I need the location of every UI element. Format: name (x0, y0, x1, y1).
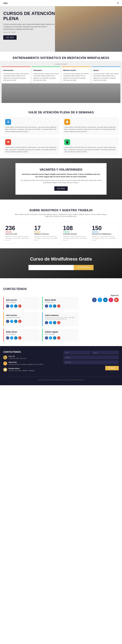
weeks-grid: 🖥 Lorem pretium morbi dolo alita hac nul… (3, 117, 119, 155)
facebook-icon-3[interactable]: f (45, 321, 48, 324)
facebook-icon-4[interactable]: f (6, 336, 9, 340)
stats-row: 236 TAZAS DE CAFÉ Sample text. Click to … (3, 222, 119, 244)
card-mentes-text: Ut enim ad minim veniam, quis nostrud ex… (63, 73, 89, 82)
mindfulness-email-input[interactable] (28, 265, 74, 270)
stat-proyectos-bar (92, 232, 98, 232)
twitter-icon-1[interactable]: t (49, 304, 52, 308)
contact-role-1: consultor julio (45, 302, 76, 303)
stat-cafe-text: Sample text. Click to select the text bo… (5, 236, 30, 241)
hero-cta-button[interactable]: LEE MAS (3, 35, 16, 40)
hero-image (55, 6, 122, 52)
social-icons-3: f t in g+ (45, 321, 76, 324)
stat-cafe-number: 236 (5, 225, 30, 231)
linkedin-icon-2[interactable]: in (14, 320, 18, 323)
facebook-icon-1[interactable]: f (45, 304, 48, 308)
phone-icon: 📞 (3, 356, 7, 360)
siganos-instagram[interactable]: ig (103, 298, 108, 302)
google-icon-5[interactable]: g+ (57, 336, 60, 340)
vacantes-btn[interactable]: LEE MAS (54, 186, 68, 191)
card-voluntario-title: Voluntario (33, 69, 59, 72)
week-text-3: Lorem pretium morbi dolo alita hac nulla… (64, 146, 117, 153)
social-icons-1: f t in g+ (45, 304, 76, 308)
contact-people: bob marrón uxui, frontpage f t in g+ Mar… (3, 294, 78, 342)
footer-horario-content: Busine Horas Lun-Vie: 8 hrs.-5pm. Sábado… (8, 368, 34, 372)
linkedin-icon-4[interactable]: in (14, 336, 18, 340)
facebook-icon-5[interactable]: f (45, 336, 48, 340)
twitter-icon-3[interactable]: t (49, 321, 52, 324)
horario-text: Lun-Vie: 8 hrs.-5pm. Sábado - Domingo (8, 370, 34, 372)
footer-submit-button[interactable]: ENVIAR (105, 366, 119, 370)
google-icon-4[interactable]: g+ (18, 336, 22, 340)
footer-left: CONTÁCTENOS 📞 Call Us 1 900 190 1100 / 1… (3, 350, 58, 374)
twitter-icon-0[interactable]: t (10, 304, 13, 308)
footer-form: ENVIAR (64, 350, 119, 370)
siganos-twitter[interactable]: 🐦 (98, 298, 102, 302)
stat-premios: 17 PREMIOS GANADOS Sample text. Click to… (32, 223, 61, 244)
vacantes-section: VACANTES Y VOLUNTARIADO Avet luctus vene… (0, 158, 122, 200)
hero-section: CURSOS DE ATENCIÓN PLENA Ut enim ad mini… (0, 6, 122, 52)
social-icons-0: f t in g+ (6, 304, 37, 308)
vacantes-box: VACANTES Y VOLUNTARIADO Avet luctus vene… (16, 163, 106, 195)
card-apoyo: Apoyo Ut enim ad minim veniam, quis nost… (92, 66, 120, 84)
stat-premios-number: 17 (34, 225, 59, 231)
card-mentes: Mentes locales Ut enim ad minim veniam, … (62, 66, 90, 84)
hero-background (55, 6, 122, 52)
social-icons-5: f t in g+ (45, 336, 76, 340)
ubicacion-text: 133 Rock Street, 21 Avenue, Hudson Fork,… (8, 364, 43, 366)
twitter-icon-5[interactable]: t (49, 336, 52, 340)
siganos-pinterest[interactable]: 📌 (109, 298, 113, 302)
facebook-icon-0[interactable]: f (6, 304, 9, 308)
footer-name-input[interactable] (92, 350, 119, 354)
facebook-icon-2[interactable]: f (6, 320, 9, 323)
stat-cafe: 236 TAZAS DE CAFÉ Sample text. Click to … (4, 223, 32, 244)
stat-proyectos-number: 150 (92, 225, 117, 231)
contact-role-0: uxui, frontpage (6, 302, 37, 303)
google-icon-0[interactable]: g+ (18, 304, 22, 308)
stat-proyectos-label: PROYECTOS TERMINADOS (92, 233, 117, 235)
contact-role-2: proveedor de servicio (6, 317, 37, 318)
linkedin-icon-1[interactable]: in (53, 304, 56, 308)
stat-premios-text: Sample text. Click to select the text bo… (34, 236, 59, 241)
footer-email-input[interactable] (64, 350, 90, 354)
siganos-youtube[interactable]: ▶ (114, 298, 119, 302)
siganos-facebook[interactable]: f (92, 298, 96, 302)
footer-address-input[interactable] (64, 356, 119, 360)
training-title: ENTRENAMIENTO SISTEMÁTICO EN MEDITACIÓN … (0, 52, 122, 61)
google-icon-1[interactable]: g+ (57, 304, 60, 308)
stat-cafe-label: TAZAS DE CAFÉ (5, 233, 30, 235)
google-icon-2[interactable]: g+ (18, 320, 22, 323)
contact-section: CONTÁCTENOS bob marrón uxui, frontpage f… (0, 278, 122, 346)
siganos-icons: f 🐦 ig 📌 ▶ (81, 298, 119, 302)
stat-proyectos-text: Sample text. Click to select the text bo… (92, 236, 117, 241)
week-icon-3: 📱 (64, 139, 70, 145)
footer-section: CONTÁCTENOS 📞 Call Us 1 900 190 1100 / 1… (0, 346, 122, 386)
hero-content: CURSOS DE ATENCIÓN PLENA Ut enim ad mini… (3, 11, 55, 40)
stat-clientes-bar (63, 232, 70, 232)
location-icon: 📍 (3, 362, 7, 366)
contact-role-3: Sample text. Click to select the text bo… (45, 317, 76, 320)
linkedin-icon-3[interactable]: in (53, 321, 56, 324)
mindfulness-form: SUBSCRÍBETE (28, 265, 94, 270)
google-icon-3[interactable]: g+ (57, 321, 60, 324)
stat-cafe-bar (5, 232, 12, 232)
contact-card-2: nick oscuro proveedor de servicio f t in… (3, 312, 40, 326)
twitter-icon-4[interactable]: t (10, 336, 13, 340)
contact-card-3: marca dowson Sample text. Click to selec… (42, 312, 78, 326)
contact-card-5: Adrián regaña uxui, frontpage f t in g+ (42, 329, 78, 342)
week-item-3: 📱 Lorem pretium morbi dolo alita hac nul… (62, 137, 119, 155)
training-cards-wrapper: Imagen de Freepik Información Ut enim ad… (0, 61, 122, 103)
contact-card-4: betty nilson uxui, frontpage f t in g+ (3, 329, 40, 342)
logo: logo (3, 2, 8, 4)
footer-message-input[interactable] (64, 360, 119, 364)
linkedin-icon-5[interactable]: in (53, 336, 56, 340)
week-icon-0: 🖥 (5, 119, 11, 125)
mindfulness-subscribe-button[interactable]: SUBSCRÍBETE (74, 265, 94, 270)
training-section: ENTRENAMIENTO SISTEMÁTICO EN MEDITACIÓN … (0, 52, 122, 103)
twitter-icon-2[interactable]: t (10, 320, 13, 323)
contact-grid: bob marrón uxui, frontpage f t in g+ Mar… (3, 297, 78, 342)
social-icons-4: f t in g+ (6, 336, 37, 340)
card-apoyo-title: Apoyo (93, 69, 119, 72)
footer-bottom: Sample text. Sample text.Copyright The S… (3, 376, 119, 381)
hamburger-icon[interactable]: ≡ (117, 1, 119, 5)
linkedin-icon-0[interactable]: in (14, 304, 18, 308)
